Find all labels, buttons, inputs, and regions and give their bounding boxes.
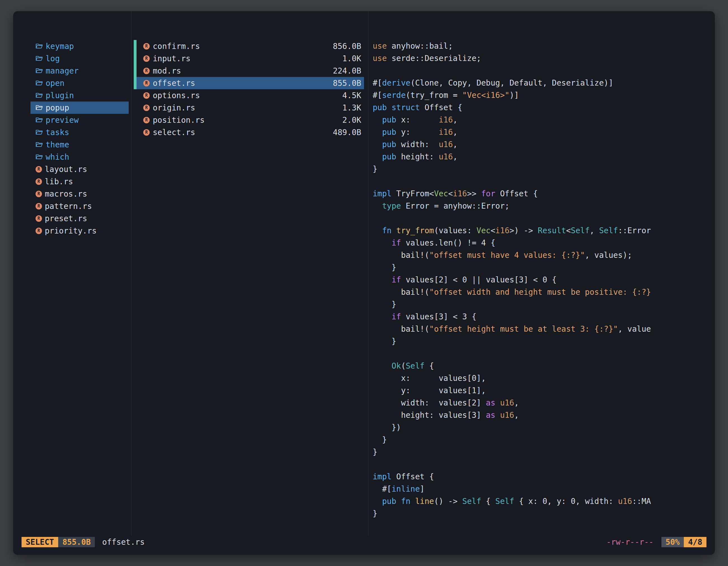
file-row-confirm-rs[interactable]: R confirm.rs 856.0B [131,40,368,52]
sidebar-item-lib-rs[interactable]: R lib.rs [30,175,129,188]
code-line: } [373,163,715,175]
marked-indicator [134,77,137,89]
code-line: y: values[1], [373,384,715,397]
code-line: } [373,434,715,446]
code-line: impl Offset { [373,471,715,483]
file-row-content: R options.rs 4.5K [137,89,364,102]
rust-file-icon: R [36,228,42,234]
file-size: 489.0B [333,128,361,137]
sidebar-item-label: keymap [46,42,74,51]
sidebar-item-label: preset.rs [45,214,87,223]
code-line [373,175,715,188]
file-row-input-rs[interactable]: R input.rs 1.0K [131,52,368,65]
folder-open-icon [36,43,43,49]
sidebar-item-plugin[interactable]: plugin [30,89,129,102]
folder-open-icon [36,129,43,135]
code-line: } [373,335,715,347]
rust-file-icon: R [143,92,150,99]
file-size: 2.0K [342,116,361,125]
sidebar-item-preview[interactable]: preview [30,114,129,126]
sidebar-item-label: which [46,152,69,162]
scroll-percent-badge: 50% [661,537,684,547]
code-line: bail!("offset width and height must be p… [373,286,715,298]
sidebar-item-pattern-rs[interactable]: R pattern.rs [30,200,129,212]
sidebar-item-label: open [46,79,64,88]
file-name: confirm.rs [153,42,200,51]
file-size: 1.0K [342,54,361,63]
marked-indicator [134,126,137,139]
file-row-position-rs[interactable]: R position.rs 2.0K [131,114,368,126]
file-size: 4.5K [342,91,361,100]
rust-file-icon: R [143,105,150,111]
file-row-mod-rs[interactable]: R mod.rs 224.0B [131,65,368,77]
main-area: keymap log manager open [13,11,715,536]
rust-file-icon: R [36,166,42,173]
sidebar-item-popup[interactable]: popup [30,102,129,114]
sidebar-item-theme[interactable]: theme [30,139,129,151]
file-row-content: R mod.rs 224.0B [137,65,364,77]
file-name: position.rs [153,116,205,125]
folder-open-icon [36,105,43,111]
status-filename: offset.rs [102,537,145,547]
sidebar-item-preset-rs[interactable]: R preset.rs [30,212,129,225]
file-row-offset-rs[interactable]: R offset.rs 855.0B [131,77,368,89]
sidebar-item-manager[interactable]: manager [30,65,129,77]
sidebar-item-open[interactable]: open [30,77,129,89]
file-row-select-rs[interactable]: R select.rs 489.0B [131,126,368,139]
file-row-content: R confirm.rs 856.0B [137,40,364,52]
code-line: Ok(Self { [373,360,715,372]
sidebar-item-tasks[interactable]: tasks [30,126,129,139]
sidebar-item-label: preview [46,116,79,125]
sidebar-item-label: log [46,54,60,63]
sidebar-item-which[interactable]: which [30,151,129,163]
sidebar-item-priority-rs[interactable]: R priority.rs [30,225,129,237]
sidebar-item-label: priority.rs [45,226,97,236]
sidebar-item-label: manager [46,66,79,76]
file-row-content: R offset.rs 855.0B [137,77,364,89]
code-line: #[serde(try_from = "Vec<i16>")] [373,89,715,102]
sidebar-item-label: theme [46,140,69,149]
rust-file-icon: R [36,203,42,210]
code-line: pub x: i16, [373,114,715,126]
code-line: width: values[2] as u16, [373,397,715,409]
file-row-options-rs[interactable]: R options.rs 4.5K [131,89,368,102]
code-preview-pane[interactable]: use anyhow::bail;use serde::Deserialize;… [368,11,715,536]
code-line: pub struct Offset { [373,102,715,114]
rust-file-icon: R [36,179,42,185]
rust-file-icon: R [143,68,150,74]
sidebar-item-label: plugin [46,91,74,100]
marked-indicator [134,40,137,52]
sidebar-item-label: popup [46,103,69,112]
marked-indicator [134,114,137,126]
mode-badge: SELECT [22,537,58,547]
sidebar-item-keymap[interactable]: keymap [30,40,129,52]
folder-open-icon [36,142,43,148]
file-size: 224.0B [333,66,361,76]
rust-file-icon: R [143,43,150,50]
code-line: if values[2] < 0 || values[3] < 0 { [373,274,715,286]
cursor-position-badge: 4/8 [684,537,706,547]
file-row-origin-rs[interactable]: R origin.rs 1.3K [131,102,368,114]
file-row-content: R origin.rs 1.3K [137,102,364,114]
sidebar-item-label: lib.rs [45,177,73,186]
folder-open-icon [36,55,43,62]
rust-file-icon: R [143,80,150,86]
code-line: }) [373,421,715,434]
code-line: impl TryFrom<Vec<i16>> for Offset { [373,188,715,200]
folder-open-icon [36,92,43,98]
marked-indicator [134,52,137,65]
sidebar-item-log[interactable]: log [30,52,129,65]
sidebar-item-label: layout.rs [45,165,87,174]
code-line: pub y: i16, [373,126,715,139]
rust-file-icon: R [143,55,150,62]
marked-indicator [134,89,137,102]
sidebar-item-macros-rs[interactable]: R macros.rs [30,188,129,200]
code-line: if values[3] < 3 { [373,311,715,323]
selected-size-badge: 855.0B [58,537,95,547]
sidebar-item-layout-rs[interactable]: R layout.rs [30,163,129,175]
folder-open-icon [36,80,43,86]
file-size: 855.0B [333,79,361,88]
file-permissions: -rw-r--r-- [606,537,654,547]
code-line: type Error = anyhow::Error; [373,200,715,212]
rust-file-icon: R [36,215,42,222]
